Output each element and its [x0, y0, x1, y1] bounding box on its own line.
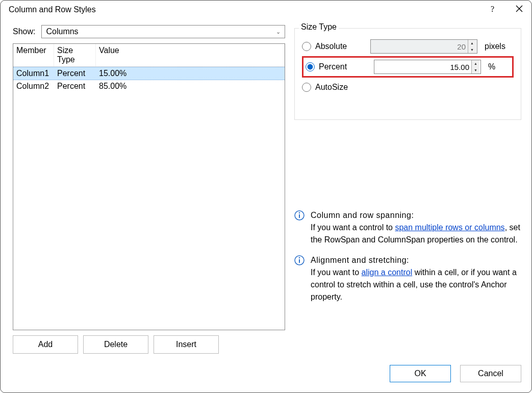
add-button[interactable]: Add — [13, 335, 78, 354]
percent-unit: % — [488, 62, 495, 71]
info-align-pre: If you want to — [311, 268, 362, 277]
autosize-radio[interactable] — [302, 83, 311, 92]
table-row[interactable]: Column1 Percent 15.00% — [13, 67, 285, 80]
info-span-row: Column and row spanning: If you want a c… — [294, 209, 521, 246]
titlebar-controls: ? — [487, 5, 525, 15]
show-dropdown[interactable]: Columns ⌄ — [41, 25, 285, 38]
dialog-window: Column and Row Styles ? Show: Columns ⌄ … — [0, 0, 532, 393]
size-type-title: Size Type — [299, 22, 339, 32]
show-row: Show: Columns ⌄ — [13, 25, 285, 38]
header-size-type[interactable]: Size Type — [54, 44, 96, 66]
right-panel: Size Type Absolute 20 ▲ ▼ pixels — [294, 25, 521, 354]
header-value[interactable]: Value — [96, 44, 285, 66]
info-align-text: Alignment and stretching: If you want to… — [311, 254, 521, 303]
svg-point-6 — [299, 257, 300, 259]
percent-row: Percent 15.00 ▲ ▼ % — [306, 60, 510, 74]
delete-button[interactable]: Delete — [83, 335, 148, 354]
absolute-spinner: ▲ ▼ — [468, 40, 476, 53]
grid-header: Member Size Type Value — [13, 44, 285, 67]
left-panel: Show: Columns ⌄ Member Size Type Value C… — [13, 25, 285, 354]
cell-size-type: Percent — [54, 67, 96, 80]
table-row[interactable]: Column2 Percent 85.00% — [13, 80, 285, 92]
info-icon — [294, 210, 305, 220]
help-icon[interactable]: ? — [487, 5, 499, 15]
svg-text:?: ? — [491, 5, 494, 13]
close-icon[interactable] — [513, 5, 525, 15]
percent-highlight: Percent 15.00 ▲ ▼ % — [302, 56, 514, 78]
window-title: Column and Row Styles — [9, 5, 96, 14]
svg-rect-2 — [299, 214, 300, 218]
svg-point-3 — [299, 212, 300, 214]
absolute-value: 20 — [371, 42, 468, 51]
percent-label: Percent — [319, 62, 370, 71]
cell-size-type: Percent — [54, 80, 96, 92]
spin-up-icon: ▲ — [468, 40, 476, 46]
percent-input[interactable]: 15.00 ▲ ▼ — [374, 60, 481, 74]
info-align-heading: Alignment and stretching: — [311, 256, 409, 264]
percent-spinner[interactable]: ▲ ▼ — [471, 60, 479, 73]
absolute-unit: pixels — [485, 42, 505, 51]
svg-rect-5 — [299, 259, 300, 263]
info-span-text: Column and row spanning: If you want a c… — [311, 209, 521, 246]
size-type-group: Size Type Absolute 20 ▲ ▼ pixels — [294, 28, 521, 120]
footer: OK Cancel — [1, 359, 531, 392]
info-icon — [294, 255, 305, 265]
absolute-label: Absolute — [315, 42, 366, 51]
align-link[interactable]: align a control — [362, 268, 413, 277]
spin-down-icon: ▼ — [468, 46, 476, 53]
span-link[interactable]: span multiple rows or columns — [395, 223, 504, 232]
show-dropdown-value: Columns — [46, 27, 78, 36]
cell-value: 15.00% — [96, 67, 285, 80]
content-area: Show: Columns ⌄ Member Size Type Value C… — [1, 17, 531, 359]
info-section: Column and row spanning: If you want a c… — [294, 209, 521, 303]
autosize-row: AutoSize — [302, 79, 514, 96]
absolute-radio[interactable] — [302, 42, 311, 51]
insert-button[interactable]: Insert — [154, 335, 219, 354]
info-align-row: Alignment and stretching: If you want to… — [294, 254, 521, 303]
spin-up-icon[interactable]: ▲ — [472, 60, 479, 67]
cell-value: 85.00% — [96, 80, 285, 92]
percent-radio[interactable] — [306, 62, 315, 71]
members-grid[interactable]: Member Size Type Value Column1 Percent 1… — [13, 43, 285, 330]
absolute-row: Absolute 20 ▲ ▼ pixels — [302, 38, 514, 55]
autosize-label: AutoSize — [315, 83, 366, 92]
info-span-pre: If you want a control to — [311, 223, 395, 232]
titlebar: Column and Row Styles ? — [1, 1, 531, 17]
absolute-input: 20 ▲ ▼ — [370, 39, 477, 54]
cell-member: Column1 — [13, 67, 54, 80]
header-member[interactable]: Member — [13, 44, 54, 66]
cancel-button[interactable]: Cancel — [460, 365, 521, 382]
chevron-down-icon: ⌄ — [276, 29, 281, 35]
grid-buttons: Add Delete Insert — [13, 335, 285, 354]
cell-member: Column2 — [13, 80, 54, 92]
info-span-heading: Column and row spanning: — [311, 211, 414, 219]
percent-value: 15.00 — [374, 63, 471, 71]
show-label: Show: — [13, 27, 35, 36]
spin-down-icon[interactable]: ▼ — [472, 67, 479, 73]
ok-button[interactable]: OK — [390, 365, 451, 382]
